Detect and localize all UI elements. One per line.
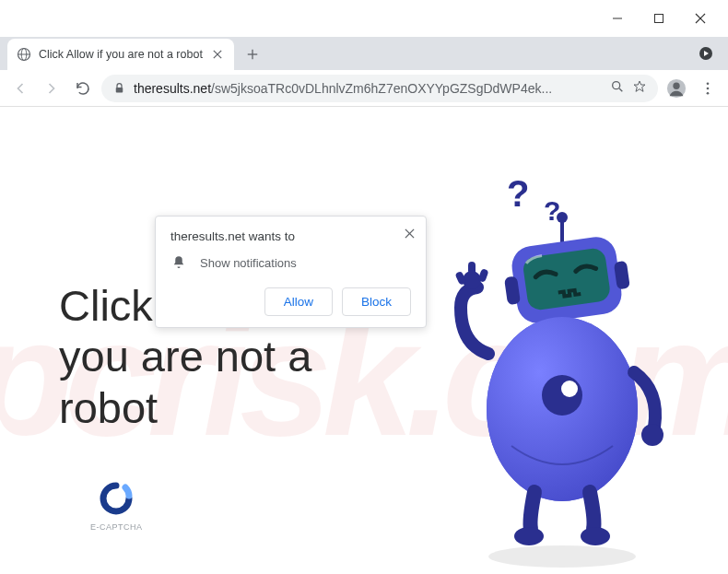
- bell-icon: [170, 254, 187, 271]
- captcha-logo-icon: [98, 480, 135, 517]
- notification-permission-popup: theresults.net wants to Show notificatio…: [155, 216, 427, 328]
- globe-icon: [17, 47, 31, 62]
- svg-point-19: [707, 87, 710, 89]
- popup-permission-label: Show notifications: [200, 256, 297, 270]
- svg-point-40: [581, 527, 610, 545]
- svg-point-33: [561, 381, 578, 397]
- lock-icon[interactable]: [112, 81, 126, 95]
- robot-illustration: ? ?: [433, 170, 691, 574]
- browser-tab[interactable]: Click Allow if you are not a robot: [7, 39, 234, 70]
- svg-point-20: [707, 91, 710, 94]
- forward-button[interactable]: [39, 76, 65, 101]
- address-bar[interactable]: theresults.net/sw5jksoaTRc0vDLhnlvZm6hZ7…: [101, 75, 658, 102]
- reload-button[interactable]: [70, 76, 96, 101]
- zoom-icon[interactable]: [610, 79, 625, 98]
- svg-rect-1: [654, 15, 663, 23]
- url-text: theresults.net/sw5jksoaTRc0vDLhnlvZm6hZ7…: [134, 81, 603, 96]
- svg-point-39: [514, 527, 544, 545]
- bookmark-star-icon[interactable]: [632, 79, 647, 98]
- svg-point-32: [542, 375, 582, 416]
- window-close-button[interactable]: [679, 5, 721, 32]
- window-titlebar: [0, 0, 728, 37]
- svg-point-18: [707, 82, 710, 85]
- back-button[interactable]: [7, 76, 33, 101]
- browser-toolbar: theresults.net/sw5jksoaTRc0vDLhnlvZm6hZ7…: [0, 70, 728, 107]
- block-button[interactable]: Block: [342, 287, 411, 316]
- svg-rect-37: [468, 262, 476, 275]
- svg-point-23: [488, 545, 636, 568]
- tab-title: Click Allow if you are not a robot: [39, 48, 203, 61]
- captcha-brand: E-CAPTCHA: [90, 480, 143, 532]
- profile-avatar-button[interactable]: [663, 76, 689, 101]
- svg-point-38: [641, 424, 663, 446]
- svg-rect-13: [116, 88, 123, 93]
- question-mark-icon: ?: [507, 173, 529, 214]
- menu-button[interactable]: [695, 76, 721, 101]
- svg-point-14: [613, 81, 620, 88]
- svg-point-25: [557, 212, 568, 223]
- allow-button[interactable]: Allow: [264, 287, 333, 316]
- window-minimize-button[interactable]: [596, 5, 638, 32]
- tab-close-button[interactable]: [210, 47, 225, 62]
- tab-strip: Click Allow if you are not a robot: [0, 37, 728, 70]
- popup-title: theresults.net wants to: [170, 229, 411, 243]
- captcha-brand-text: E-CAPTCHA: [90, 522, 143, 532]
- svg-point-17: [673, 82, 679, 88]
- new-tab-button[interactable]: [240, 41, 265, 67]
- window-maximize-button[interactable]: [638, 5, 679, 32]
- svg-line-15: [619, 88, 622, 91]
- page-content: pcrisk.com theresults.net wants to Show …: [0, 107, 728, 574]
- media-indicator-icon[interactable]: [695, 42, 717, 64]
- popup-close-button[interactable]: [402, 226, 417, 240]
